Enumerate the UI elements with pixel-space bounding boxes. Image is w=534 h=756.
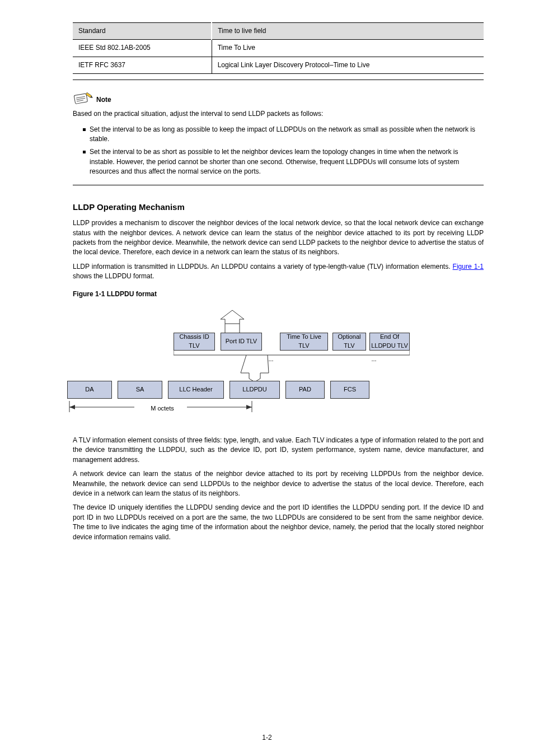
tlv-box-port: Port ID TLV	[221, 333, 262, 351]
down-arrow-icon	[174, 351, 410, 382]
note-bullet: Set the interval to be as short as possi…	[83, 147, 484, 176]
cell-ttl: Time To Live	[212, 40, 484, 57]
tlv-box-optional: Optional TLV	[332, 333, 366, 351]
svg-marker-9	[241, 355, 269, 382]
note-intro: Based on the practical situation, adjust…	[73, 109, 484, 119]
frame-box-fcs: FCS	[330, 381, 369, 399]
cell-ttl: Logical Link Layer Discovery Protocol–Ti…	[212, 57, 484, 73]
lldpdu-format-diagram: Chassis ID TLV Port ID TLV Time To Live …	[67, 302, 409, 431]
col-header-standard: Standard	[73, 23, 212, 40]
figure-crossref[interactable]: Figure 1-1	[453, 263, 484, 270]
svg-marker-15	[246, 405, 252, 409]
note-icon	[73, 90, 93, 105]
note-label: Note	[96, 95, 111, 105]
col-header-ttl: Time to live field	[212, 23, 484, 40]
note-bullets: Set the interval to be as long as possib…	[83, 125, 484, 177]
frame-box-lldpdu: LLDPDU	[229, 381, 280, 399]
body-paragraph: The device ID uniquely identifies the LL…	[73, 503, 484, 542]
divider	[73, 185, 484, 185]
table-header-row: Standard Time to live field	[73, 23, 484, 40]
page-number: 1-2	[0, 733, 534, 743]
note-bullet: Set the interval to be as long as possib…	[83, 125, 484, 144]
section-heading: LLDP Operating Mechanism	[73, 201, 484, 213]
tlv-box-chassis: Chassis ID TLV	[174, 333, 215, 351]
tlv-box-end: End Of LLDPDU TLV	[369, 333, 410, 351]
cell-standard: IETF RFC 3637	[73, 57, 212, 73]
frame-box-pad: PAD	[285, 381, 325, 399]
body-paragraph: A network device can learn the status of…	[73, 469, 484, 498]
body-paragraph: A TLV information element consists of th…	[73, 436, 484, 465]
tlv-box-ttl: Time To Live TLV	[280, 333, 328, 351]
up-arrow-icon	[215, 308, 250, 333]
body-paragraph: LLDP information is transmitted in LLDPD…	[73, 262, 484, 282]
table-row: IETF RFC 3637 Logical Link Layer Discove…	[73, 57, 484, 73]
table-row: IEEE Std 802.1AB-2005 Time To Live	[73, 40, 484, 57]
svg-rect-0	[74, 94, 87, 104]
standards-table: Standard Time to live field IEEE Std 802…	[73, 22, 484, 74]
note-block: Note Based on the practical situation, a…	[73, 90, 484, 176]
figure-caption: Figure 1-1 LLDPDU format	[73, 290, 484, 299]
frame-box-sa: SA	[118, 381, 162, 399]
cell-standard: IEEE Std 802.1AB-2005	[73, 40, 212, 57]
m-octets-label: M octets	[140, 404, 185, 413]
body-paragraph: LLDP provides a mechanism to discover th…	[73, 218, 484, 258]
frame-box-da: DA	[67, 381, 112, 399]
svg-marker-6	[221, 310, 244, 324]
frame-box-llc: LLC Header	[168, 381, 224, 399]
svg-marker-13	[69, 405, 75, 409]
divider	[73, 80, 484, 80]
